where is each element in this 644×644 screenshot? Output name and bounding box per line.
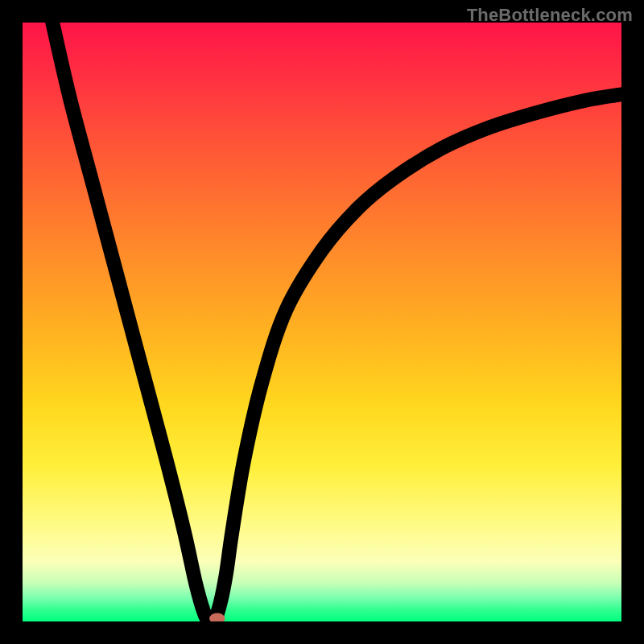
bottleneck-curve [52,23,621,621]
chart-frame: TheBottleneck.com [0,0,644,644]
plot-area [23,23,621,621]
curve-svg [23,23,621,621]
